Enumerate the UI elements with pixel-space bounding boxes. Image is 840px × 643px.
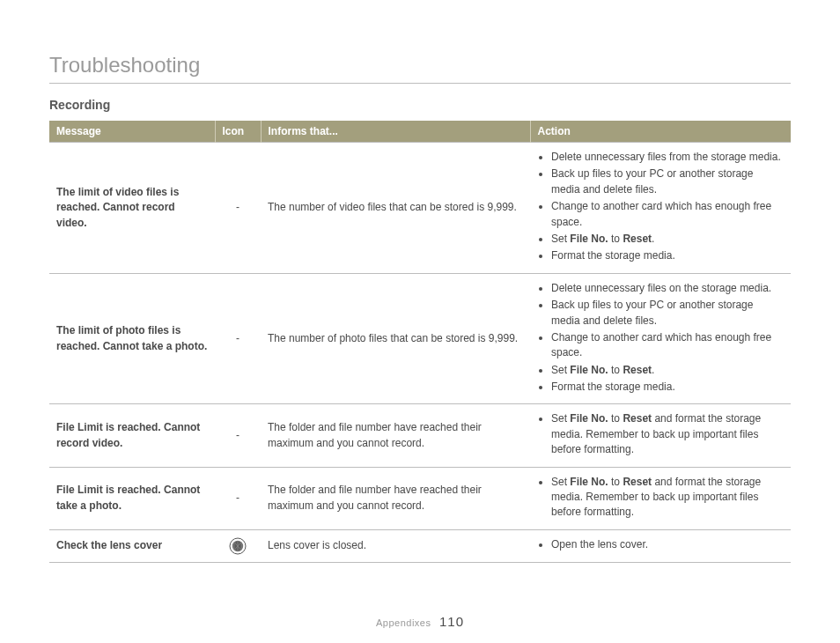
table-row: Check the lens coverLens cover is closed… [49,529,791,562]
cell-icon [215,529,261,562]
action-list: Set File No. to Reset and format the sto… [537,475,784,521]
col-header-informs: Informs that... [261,121,530,143]
page-footer: Appendixes 110 [49,614,791,629]
action-list: Open the lens cover. [537,537,784,552]
table-row: File Limit is reached. Cannot record vid… [49,404,791,467]
cell-informs: Lens cover is closed. [261,529,530,562]
action-list: Delete unnecessary files on the storage … [537,281,784,395]
cell-message: Check the lens cover [49,529,215,562]
lens-cover-icon [229,539,247,551]
page-number: 110 [439,614,464,629]
cell-message: The limit of photo files is reached. Can… [49,273,215,404]
list-item: Set File No. to Reset. [551,232,784,247]
cell-icon: - [215,273,261,404]
table-row: The limit of video files is reached. Can… [49,143,791,274]
footer-section: Appendixes [376,617,431,628]
list-item: Set File No. to Reset and format the sto… [551,475,784,521]
action-list: Delete unnecessary files from the storag… [537,150,784,264]
cell-icon: - [215,404,261,467]
cell-action: Delete unnecessary files from the storag… [530,143,791,274]
table-row: File Limit is reached. Cannot take a pho… [49,467,791,529]
list-item: Back up files to your PC or another stor… [551,298,784,329]
list-item: Change to another card which has enough … [551,199,784,230]
list-item: Format the storage media. [551,248,784,263]
cell-message: File Limit is reached. Cannot record vid… [49,404,215,467]
cell-action: Open the lens cover. [530,529,791,562]
cell-icon: - [215,467,261,529]
page-title: Troubleshooting [49,53,791,84]
cell-informs: The folder and file number have reached … [261,404,530,467]
list-item: Set File No. to Reset. [551,363,784,378]
col-header-icon: Icon [215,121,261,143]
list-item: Delete unnecessary files on the storage … [551,281,784,296]
cell-action: Set File No. to Reset and format the sto… [530,404,791,467]
list-item: Delete unnecessary files from the storag… [551,150,784,165]
cell-action: Delete unnecessary files on the storage … [530,273,791,404]
list-item: Open the lens cover. [551,537,784,552]
action-list: Set File No. to Reset and format the sto… [537,411,784,457]
list-item: Change to another card which has enough … [551,330,784,361]
list-item: Set File No. to Reset and format the sto… [551,411,784,457]
cell-message: The limit of video files is reached. Can… [49,143,215,274]
cell-icon: - [215,143,261,274]
list-item: Format the storage media. [551,380,784,395]
cell-action: Set File No. to Reset and format the sto… [530,467,791,529]
list-item: Back up files to your PC or another stor… [551,166,784,197]
cell-message: File Limit is reached. Cannot take a pho… [49,467,215,529]
section-title: Recording [49,98,791,112]
table-row: The limit of photo files is reached. Can… [49,273,791,404]
cell-informs: The number of photo files that can be st… [261,273,530,404]
cell-informs: The folder and file number have reached … [261,467,530,529]
troubleshooting-table: Message Icon Informs that... Action The … [49,121,791,563]
col-header-action: Action [530,121,791,143]
cell-informs: The number of video files that can be st… [261,143,530,274]
col-header-message: Message [49,121,215,143]
